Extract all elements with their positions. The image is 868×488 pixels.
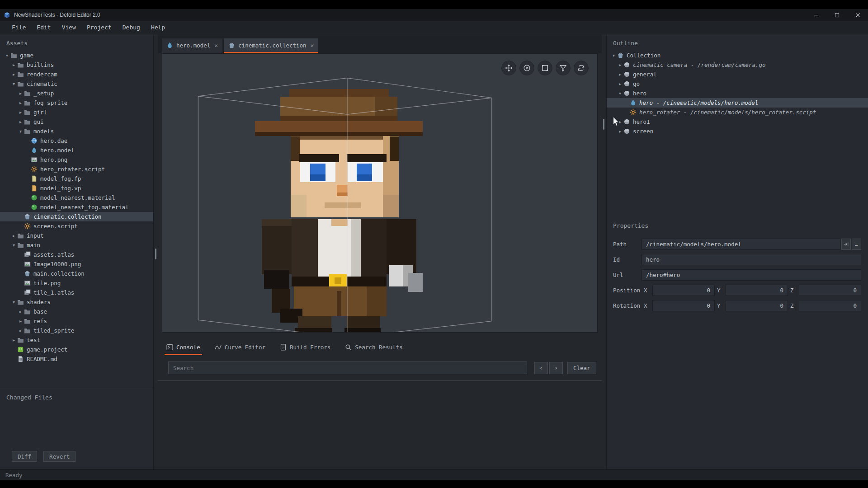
expand-arrow-icon[interactable]: ▸ bbox=[17, 100, 24, 105]
outline-item-general[interactable]: ▸general bbox=[607, 70, 868, 79]
scene-viewport[interactable] bbox=[162, 53, 598, 333]
outline-item-go[interactable]: ▸go bbox=[607, 79, 868, 89]
search-input[interactable] bbox=[168, 361, 527, 374]
asset-item-hero-model[interactable]: hero.model bbox=[0, 145, 153, 155]
asset-item-game-project[interactable]: game.project bbox=[0, 345, 153, 354]
diff-button[interactable]: Diff bbox=[12, 451, 37, 462]
rotation-z-input[interactable] bbox=[799, 300, 861, 311]
asset-item-readme-md[interactable]: README.md bbox=[0, 354, 153, 364]
asset-item-tiled-sprite[interactable]: ▸tiled_sprite bbox=[0, 326, 153, 335]
outline-item-hero-rotater-cinematic-models-hero-rotater-script[interactable]: hero_rotater - /cinematic/models/hero_ro… bbox=[607, 108, 868, 117]
menu-help[interactable]: Help bbox=[146, 21, 170, 34]
panel-tab-build-errors[interactable]: Build Errors bbox=[278, 341, 332, 355]
expand-arrow-icon[interactable]: ▸ bbox=[617, 119, 623, 124]
expand-arrow-icon[interactable]: ▸ bbox=[17, 91, 24, 96]
position-x-input[interactable] bbox=[652, 285, 715, 296]
asset-item-hero-png[interactable]: hero.png bbox=[0, 155, 153, 164]
tab-close-icon[interactable]: × bbox=[214, 42, 218, 49]
minimize-button[interactable] bbox=[806, 9, 826, 21]
position-y-input[interactable] bbox=[726, 285, 788, 296]
splitter-handle[interactable] bbox=[155, 249, 156, 259]
asset-item-girl[interactable]: ▸girl bbox=[0, 108, 153, 117]
asset-item-image10000-png[interactable]: Image10000.png bbox=[0, 259, 153, 269]
panel-tab-console[interactable]: Console bbox=[165, 341, 202, 355]
search-next-button[interactable]: › bbox=[549, 362, 563, 374]
outline-item-cinematic-camera-rendercam-camera-go[interactable]: ▸cinematic_camera - /rendercam/camera.go bbox=[607, 60, 868, 70]
browse-resource-button[interactable]: … bbox=[852, 239, 861, 250]
collapse-arrow-icon[interactable]: ▾ bbox=[10, 81, 17, 86]
asset-item-rendercam[interactable]: ▸rendercam bbox=[0, 70, 153, 79]
position-z-input[interactable] bbox=[799, 285, 861, 296]
expand-arrow-icon[interactable]: ▸ bbox=[17, 110, 24, 115]
asset-item-main-collection[interactable]: main.collection bbox=[0, 269, 153, 278]
collapse-arrow-icon[interactable]: ▾ bbox=[4, 53, 10, 58]
asset-item-game[interactable]: ▾game bbox=[0, 51, 153, 60]
scene-canvas[interactable] bbox=[162, 54, 597, 332]
tab-close-icon[interactable]: × bbox=[311, 42, 314, 49]
collapse-arrow-icon[interactable]: ▾ bbox=[610, 53, 617, 58]
expand-arrow-icon[interactable]: ▸ bbox=[10, 72, 17, 77]
expand-arrow-icon[interactable]: ▸ bbox=[617, 81, 623, 86]
asset-item-screen-script[interactable]: screen.script bbox=[0, 221, 153, 231]
asset-item-hero-rotater-script[interactable]: hero_rotater.script bbox=[0, 164, 153, 174]
asset-item-main[interactable]: ▾main bbox=[0, 240, 153, 250]
menu-view[interactable]: View bbox=[57, 21, 81, 34]
outline-item-hero1[interactable]: ▸hero1 bbox=[607, 117, 868, 127]
maximize-button[interactable] bbox=[826, 9, 847, 21]
menu-project[interactable]: Project bbox=[81, 21, 117, 34]
expand-arrow-icon[interactable]: ▸ bbox=[10, 338, 17, 343]
asset-item-refs[interactable]: ▸refs bbox=[0, 316, 153, 326]
asset-item-model-fog-fp[interactable]: model_fog.fp bbox=[0, 174, 153, 183]
menu-file[interactable]: File bbox=[6, 21, 31, 34]
asset-item-model-fog-vp[interactable]: model_fog.vp bbox=[0, 183, 153, 193]
asset-item-tile-png[interactable]: tile.png bbox=[0, 278, 153, 288]
panel-tab-search-results[interactable]: Search Results bbox=[343, 341, 404, 355]
clear-button[interactable]: Clear bbox=[567, 362, 596, 374]
expand-arrow-icon[interactable]: ▸ bbox=[617, 62, 623, 67]
rotate-tool-button[interactable] bbox=[519, 61, 534, 75]
asset-item-test[interactable]: ▸test bbox=[0, 335, 153, 345]
close-button[interactable] bbox=[847, 9, 868, 21]
panel-tab-curve-editor[interactable]: Curve Editor bbox=[213, 341, 267, 355]
collapse-arrow-icon[interactable]: ▾ bbox=[17, 129, 24, 134]
move-tool-button[interactable] bbox=[501, 61, 516, 75]
expand-arrow-icon[interactable]: ▸ bbox=[17, 319, 24, 324]
asset-item-assets-atlas[interactable]: assets.atlas bbox=[0, 250, 153, 259]
collapse-arrow-icon[interactable]: ▾ bbox=[617, 91, 623, 96]
asset-item-fog-sprite[interactable]: ▸fog_sprite bbox=[0, 98, 153, 108]
asset-item-model-nearest-material[interactable]: model_nearest.material bbox=[0, 193, 153, 202]
expand-arrow-icon[interactable]: ▸ bbox=[617, 129, 623, 134]
asset-item-setup[interactable]: ▸_setup bbox=[0, 89, 153, 98]
asset-item-builtins[interactable]: ▸builtins bbox=[0, 60, 153, 70]
right-splitter[interactable] bbox=[602, 34, 606, 469]
left-splitter[interactable] bbox=[154, 34, 158, 469]
menu-debug[interactable]: Debug bbox=[117, 21, 146, 34]
asset-item-model-nearest-fog-material[interactable]: model_nearest_fog.material bbox=[0, 202, 153, 212]
outline-item-hero[interactable]: ▾hero bbox=[607, 89, 868, 98]
asset-item-base[interactable]: ▸base bbox=[0, 307, 153, 316]
expand-arrow-icon[interactable]: ▸ bbox=[10, 233, 17, 238]
rotation-y-input[interactable] bbox=[726, 300, 788, 311]
asset-item-cinematic[interactable]: ▾cinematic bbox=[0, 79, 153, 89]
expand-arrow-icon[interactable]: ▸ bbox=[17, 309, 24, 314]
url-input[interactable] bbox=[642, 269, 861, 281]
expand-arrow-icon[interactable]: ▸ bbox=[17, 328, 24, 333]
asset-item-hero-dae[interactable]: hero.dae bbox=[0, 136, 153, 145]
asset-item-shaders[interactable]: ▾shaders bbox=[0, 297, 153, 307]
collapse-arrow-icon[interactable]: ▾ bbox=[10, 300, 17, 305]
asset-item-models[interactable]: ▾models bbox=[0, 127, 153, 136]
asset-item-cinematic-collection[interactable]: cinematic.collection bbox=[0, 212, 153, 221]
asset-item-tile-1-atlas[interactable]: tile_1.atlas bbox=[0, 288, 153, 297]
id-input[interactable] bbox=[642, 254, 861, 265]
editor-tab-cinematic-collection[interactable]: cinematic.collection× bbox=[224, 38, 318, 53]
rotation-x-input[interactable] bbox=[652, 300, 715, 311]
asset-item-input[interactable]: ▸input bbox=[0, 231, 153, 240]
outline-item-screen[interactable]: ▸screen bbox=[607, 127, 868, 136]
splitter-handle[interactable] bbox=[603, 119, 604, 130]
scale-tool-button[interactable] bbox=[538, 61, 552, 75]
expand-arrow-icon[interactable]: ▸ bbox=[17, 119, 24, 124]
collapse-arrow-icon[interactable]: ▾ bbox=[10, 243, 17, 248]
outline-item-hero-cinematic-models-hero-model[interactable]: hero - /cinematic/models/hero.model bbox=[607, 98, 868, 108]
menu-edit[interactable]: Edit bbox=[31, 21, 56, 34]
asset-item-gui[interactable]: ▸gui bbox=[0, 117, 153, 127]
